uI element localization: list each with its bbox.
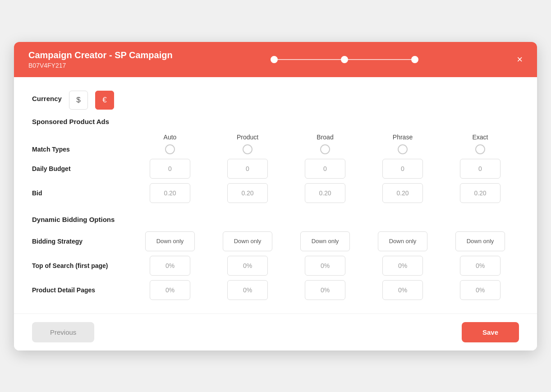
radio-product[interactable]: [243, 144, 253, 154]
col-auto: Auto: [131, 134, 209, 141]
spacer: [32, 208, 519, 216]
progress-step-1: [271, 56, 278, 63]
bidding-strategy-phrase-dropdown[interactable]: Down only: [378, 231, 427, 251]
top-of-search-product-input[interactable]: [227, 256, 268, 276]
top-of-search-exact-cell: [441, 256, 519, 276]
bidding-strategy-product-cell: Down only: [209, 231, 286, 251]
daily-budget-auto-cell: [131, 159, 209, 179]
product-detail-phrase-input[interactable]: [382, 280, 423, 300]
col-product: Product: [209, 134, 286, 141]
daily-budget-product-input[interactable]: [227, 159, 268, 179]
top-of-search-label: Top of Search (first page): [32, 262, 131, 269]
daily-budget-exact-cell: [441, 159, 519, 179]
header-text: Campaign Creator - SP Campaign B07V4FY21…: [28, 50, 173, 69]
daily-budget-exact-input[interactable]: [460, 159, 500, 179]
sponsored-product-ads-label: Sponsored Product Ads: [32, 118, 519, 125]
daily-budget-phrase-input[interactable]: [382, 159, 423, 179]
top-of-search-phrase-input[interactable]: [382, 256, 423, 276]
bidding-strategy-label: Bidding Strategy: [32, 238, 131, 245]
top-of-search-broad-input[interactable]: [305, 256, 345, 276]
radio-exact[interactable]: [475, 144, 485, 154]
top-of-search-phrase-cell: [364, 256, 441, 276]
currency-eur-button[interactable]: €: [95, 91, 114, 110]
bid-product-input[interactable]: [227, 183, 268, 203]
top-of-search-auto-input[interactable]: [150, 256, 190, 276]
bid-phrase-cell: [364, 183, 441, 203]
header-title: Campaign Creator - SP Campaign: [28, 50, 173, 60]
daily-budget-broad-input[interactable]: [305, 159, 345, 179]
header: Campaign Creator - SP Campaign B07V4FY21…: [14, 42, 537, 77]
bid-auto-cell: [131, 183, 209, 203]
daily-budget-auto-input[interactable]: [150, 159, 190, 179]
radio-auto[interactable]: [165, 144, 175, 154]
product-detail-exact-input[interactable]: [460, 280, 500, 300]
bidding-strategy-exact-cell: Down only: [441, 231, 519, 251]
radio-phrase-cell: [364, 144, 441, 154]
product-detail-broad-input[interactable]: [305, 280, 345, 300]
bidding-strategy-row: Bidding Strategy Down only Down only Dow…: [32, 231, 519, 251]
col-phrase: Phrase: [364, 134, 441, 141]
bid-broad-input[interactable]: [305, 183, 345, 203]
header-subtitle: B07V4FY217: [28, 62, 173, 69]
body: Currency $ € Sponsored Product Ads Auto …: [14, 77, 537, 314]
bidding-strategy-product-dropdown[interactable]: Down only: [223, 231, 272, 251]
product-detail-auto-input[interactable]: [150, 280, 190, 300]
radio-auto-cell: [131, 144, 209, 154]
progress-bar: [271, 56, 418, 63]
bidding-strategy-auto-cell: Down only: [131, 231, 209, 251]
daily-budget-phrase-cell: [364, 159, 441, 179]
radio-broad[interactable]: [320, 144, 330, 154]
radio-broad-cell: [286, 144, 364, 154]
daily-budget-broad-cell: [286, 159, 364, 179]
modal: Campaign Creator - SP Campaign B07V4FY21…: [14, 42, 537, 350]
col-exact: Exact: [441, 134, 519, 141]
previous-button[interactable]: Previous: [32, 322, 94, 342]
progress-step-3: [411, 56, 418, 63]
product-detail-phrase-cell: [364, 280, 441, 300]
bid-product-cell: [209, 183, 286, 203]
top-of-search-row: Top of Search (first page): [32, 256, 519, 276]
top-of-search-broad-cell: [286, 256, 364, 276]
daily-budget-label: Daily Budget: [32, 165, 131, 172]
bid-auto-input[interactable]: [150, 183, 190, 203]
progress-line-1: [278, 59, 341, 60]
save-button[interactable]: Save: [462, 322, 519, 342]
top-of-search-auto-cell: [131, 256, 209, 276]
bidding-strategy-phrase-cell: Down only: [364, 231, 441, 251]
footer: Previous Save: [14, 314, 537, 350]
product-detail-exact-cell: [441, 280, 519, 300]
match-types-label: Match Types: [32, 146, 131, 153]
currency-row: Currency $ €: [32, 91, 519, 110]
bid-label: Bid: [32, 189, 131, 197]
match-types-row: Match Types: [32, 144, 519, 154]
product-detail-product-cell: [209, 280, 286, 300]
radio-exact-cell: [441, 144, 519, 154]
bid-phrase-input[interactable]: [382, 183, 423, 203]
progress-step-2: [341, 56, 348, 63]
col-broad: Broad: [286, 134, 364, 141]
currency-label: Currency: [32, 95, 62, 102]
bid-row: Bid: [32, 183, 519, 203]
bidding-strategy-broad-cell: Down only: [286, 231, 364, 251]
radio-product-cell: [209, 144, 286, 154]
currency-usd-button[interactable]: $: [69, 91, 88, 110]
bid-exact-input[interactable]: [460, 183, 500, 203]
daily-budget-product-cell: [209, 159, 286, 179]
bid-exact-cell: [441, 183, 519, 203]
daily-budget-row: Daily Budget: [32, 159, 519, 179]
product-detail-product-input[interactable]: [227, 280, 268, 300]
product-detail-broad-cell: [286, 280, 364, 300]
progress-line-2: [348, 59, 411, 60]
product-detail-label: Product Detail Pages: [32, 286, 131, 294]
dynamic-bidding-label: Dynamic Bidding Options: [32, 216, 519, 223]
bidding-strategy-auto-dropdown[interactable]: Down only: [145, 231, 195, 251]
close-button[interactable]: ×: [517, 55, 523, 65]
column-headers: Auto Product Broad Phrase Exact: [32, 134, 519, 141]
top-of-search-exact-input[interactable]: [460, 256, 500, 276]
product-detail-row: Product Detail Pages: [32, 280, 519, 300]
radio-phrase[interactable]: [398, 144, 408, 154]
product-detail-auto-cell: [131, 280, 209, 300]
bidding-strategy-exact-dropdown[interactable]: Down only: [455, 231, 505, 251]
bid-broad-cell: [286, 183, 364, 203]
bidding-strategy-broad-dropdown[interactable]: Down only: [300, 231, 350, 251]
